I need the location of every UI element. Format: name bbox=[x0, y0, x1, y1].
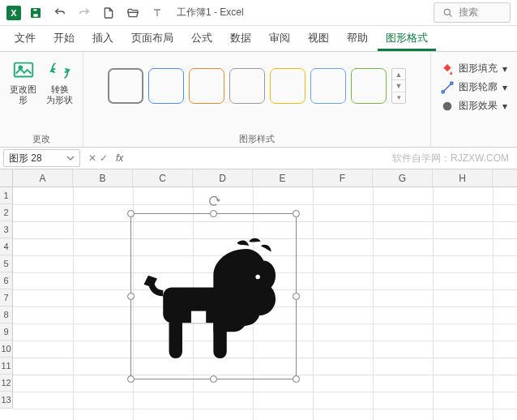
resize-handle-nw[interactable] bbox=[127, 210, 135, 217]
svg-rect-6 bbox=[442, 91, 444, 93]
resize-handle-s[interactable] bbox=[210, 375, 217, 383]
col-header[interactable]: H bbox=[433, 169, 493, 186]
search-icon bbox=[442, 7, 454, 19]
tab-graphics-format[interactable]: 图形格式 bbox=[378, 26, 436, 51]
svg-point-8 bbox=[443, 101, 452, 110]
row-header[interactable]: 5 bbox=[0, 255, 12, 272]
outline-icon bbox=[441, 81, 454, 94]
excel-logo: X bbox=[6, 6, 21, 20]
style-swatch-3[interactable] bbox=[229, 68, 265, 104]
row-header[interactable]: 6 bbox=[0, 272, 12, 289]
convert-to-shape-button[interactable]: 转换 为形状 bbox=[43, 57, 76, 107]
col-header[interactable]: D bbox=[193, 169, 253, 186]
change-graphic-button[interactable]: 更改图 形 bbox=[6, 57, 40, 107]
qat-more-button[interactable] bbox=[147, 3, 167, 23]
name-box[interactable]: 图形 28 bbox=[3, 149, 80, 167]
svg-point-12 bbox=[241, 268, 268, 295]
save-button[interactable] bbox=[26, 3, 45, 23]
resize-handle-e[interactable] bbox=[293, 293, 300, 300]
lion-icon[interactable] bbox=[139, 222, 288, 371]
tab-insert[interactable]: 插入 bbox=[84, 26, 122, 51]
col-header[interactable]: C bbox=[133, 169, 193, 186]
resize-handle-sw[interactable] bbox=[127, 375, 135, 383]
tab-pagelayout[interactable]: 页面布局 bbox=[123, 26, 182, 51]
svg-rect-10 bbox=[169, 317, 182, 358]
tab-file[interactable]: 文件 bbox=[6, 26, 44, 51]
fill-icon bbox=[441, 62, 454, 75]
svg-point-3 bbox=[444, 9, 450, 15]
row-header[interactable]: 3 bbox=[0, 221, 12, 238]
row-header[interactable]: 10 bbox=[0, 341, 12, 358]
style-swatch-0[interactable] bbox=[108, 68, 143, 104]
chevron-down-icon: ▾ bbox=[502, 101, 507, 112]
formula-bar: 图形 28 ✕ ✓ fx 软件自学网：RJZXW.COM bbox=[0, 148, 517, 169]
ribbon-group-tools: 图形填充 ▾ 图形轮廓 ▾ 图形效果 ▾ bbox=[431, 52, 517, 147]
select-all-corner[interactable] bbox=[0, 169, 13, 187]
style-swatch-2[interactable] bbox=[189, 68, 224, 104]
row-header[interactable]: 12 bbox=[0, 375, 12, 392]
new-file-button[interactable] bbox=[99, 3, 118, 23]
svg-rect-1 bbox=[33, 8, 37, 11]
row-headers: 1 2 3 4 5 6 7 8 9 10 11 12 13 bbox=[0, 187, 13, 409]
resize-handle-ne[interactable] bbox=[293, 210, 300, 217]
style-swatch-1[interactable] bbox=[148, 68, 184, 104]
titlebar: X 工作簿1 - Excel 搜索 bbox=[0, 0, 517, 26]
row-header[interactable]: 9 bbox=[0, 324, 12, 341]
resize-handle-n[interactable] bbox=[210, 210, 217, 217]
resize-handle-w[interactable] bbox=[127, 293, 135, 300]
svg-rect-11 bbox=[213, 317, 226, 358]
gallery-more-button[interactable]: ▲▼▾ bbox=[391, 68, 406, 104]
workbook-title: 工作簿1 - Excel bbox=[177, 6, 244, 19]
redo-button[interactable] bbox=[75, 3, 94, 23]
graphic-fill-button[interactable]: 图形填充 ▾ bbox=[441, 62, 507, 75]
formula-buttons: ✕ ✓ fx bbox=[83, 152, 133, 164]
undo-button[interactable] bbox=[50, 3, 70, 23]
tab-help[interactable]: 帮助 bbox=[339, 26, 376, 51]
tab-data[interactable]: 数据 bbox=[222, 26, 259, 51]
cancel-formula-button[interactable]: ✕ bbox=[88, 152, 96, 164]
fx-label[interactable]: fx bbox=[111, 152, 128, 164]
svg-point-5 bbox=[19, 66, 22, 69]
row-header[interactable]: 4 bbox=[0, 238, 12, 255]
tab-formulas[interactable]: 公式 bbox=[183, 26, 220, 51]
col-header[interactable]: F bbox=[313, 169, 373, 186]
search-input[interactable]: 搜索 bbox=[434, 2, 511, 23]
convert-icon bbox=[48, 58, 72, 83]
ribbon-tabs: 文件 开始 插入 页面布局 公式 数据 审阅 视图 帮助 图形格式 bbox=[0, 26, 517, 52]
chevron-down-icon bbox=[66, 154, 75, 162]
graphic-outline-button[interactable]: 图形轮廓 ▾ bbox=[441, 80, 507, 94]
col-header[interactable]: A bbox=[13, 169, 73, 186]
resize-handle-se[interactable] bbox=[293, 375, 300, 383]
style-swatch-4[interactable] bbox=[270, 68, 306, 104]
ribbon: 更改图 形 转换 为形状 更改 ▲▼▾ 图形样式 bbox=[0, 52, 517, 148]
worksheet-grid[interactable]: A B C D E F G H 1 2 3 4 5 6 7 8 9 10 11 … bbox=[0, 169, 517, 420]
tab-home[interactable]: 开始 bbox=[45, 26, 83, 51]
row-header[interactable]: 1 bbox=[0, 187, 12, 204]
confirm-formula-button[interactable]: ✓ bbox=[100, 152, 108, 164]
col-header[interactable]: G bbox=[373, 169, 433, 186]
col-header[interactable]: B bbox=[73, 169, 133, 186]
row-header[interactable]: 2 bbox=[0, 204, 12, 221]
ribbon-group-change: 更改图 形 转换 为形状 更改 bbox=[0, 52, 83, 147]
row-header[interactable]: 13 bbox=[0, 392, 12, 409]
change-graphic-icon bbox=[11, 58, 36, 83]
open-file-button[interactable] bbox=[123, 3, 143, 23]
style-gallery: ▲▼▾ bbox=[108, 57, 406, 104]
row-header[interactable]: 7 bbox=[0, 289, 12, 306]
shape-selection-box[interactable] bbox=[130, 213, 297, 379]
row-header[interactable]: 11 bbox=[0, 358, 12, 375]
tab-review[interactable]: 审阅 bbox=[261, 26, 298, 51]
col-header[interactable]: E bbox=[253, 169, 313, 186]
row-header[interactable]: 8 bbox=[0, 306, 12, 324]
style-swatch-5[interactable] bbox=[310, 68, 346, 104]
graphic-effects-button[interactable]: 图形效果 ▾ bbox=[441, 99, 507, 113]
svg-point-13 bbox=[256, 275, 260, 279]
chevron-down-icon: ▾ bbox=[502, 63, 507, 75]
svg-rect-2 bbox=[33, 13, 39, 17]
svg-rect-4 bbox=[14, 63, 32, 77]
style-swatch-6[interactable] bbox=[351, 68, 387, 104]
column-headers: A B C D E F G H bbox=[13, 169, 517, 187]
rotate-handle[interactable] bbox=[207, 195, 220, 208]
ribbon-group-styles: ▲▼▾ 图形样式 bbox=[83, 52, 431, 147]
tab-view[interactable]: 视图 bbox=[300, 26, 337, 51]
